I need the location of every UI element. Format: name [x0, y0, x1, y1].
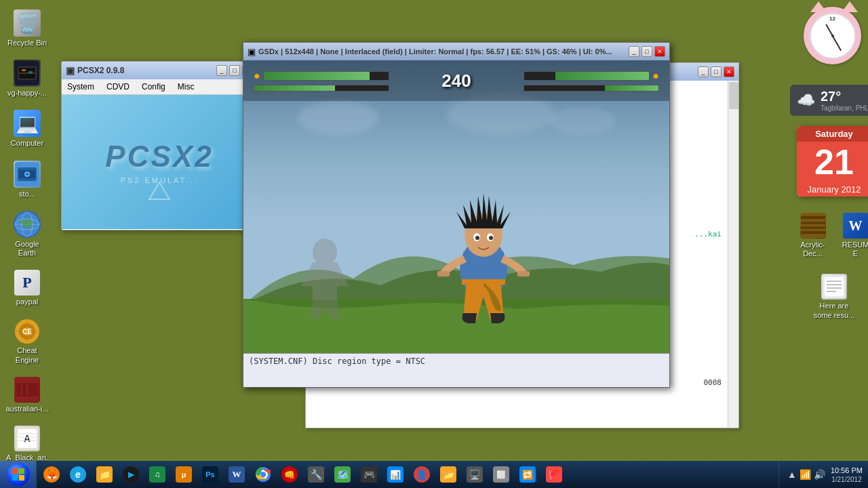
acrylic-icon[interactable]: Acrylic-Dec... [794, 210, 831, 261]
gsdx-minimize-btn[interactable]: _ [629, 46, 639, 57]
computer-icon[interactable]: 💻 Computer [3, 107, 52, 150]
enemy-character [291, 198, 359, 323]
sto-icon[interactable]: sto... [3, 158, 52, 201]
console-maximize-btn[interactable]: □ [711, 66, 722, 77]
taskbar-flag[interactable]: 🚩 [542, 463, 566, 486]
enemy-ki-bar [524, 85, 659, 92]
gsdx-window-controls: _ □ ✕ [629, 46, 665, 57]
taskbar-tool[interactable]: 🔧 [304, 463, 328, 486]
paypal-icon[interactable]: P paypal [3, 267, 52, 309]
taskbar-media-player[interactable]: ▶ [119, 463, 143, 486]
gsdx-maximize-btn[interactable]: □ [642, 46, 652, 57]
vg-happy-image [14, 60, 41, 87]
taskbar-explorer[interactable]: 📁 [92, 463, 117, 486]
taskbar-apps: 🦊 e 📁 ▶ ♫ μ Ps [37, 461, 778, 488]
tray-sound-icon[interactable]: 🔊 [814, 469, 825, 480]
map-icon: 🗺️ [334, 466, 351, 483]
svg-rect-4 [22, 69, 26, 71]
taskbar-firefox[interactable]: 🦊 [39, 463, 64, 486]
desktop-icons-left: 🗑️ Recycle Bin vg-happy-... 💻 Computer [0, 0, 54, 481]
google-earth-icon[interactable]: Google Earth [3, 208, 52, 260]
utorrent-icon: μ [176, 466, 192, 483]
here-are-icon[interactable]: Here are some resu... [810, 271, 858, 322]
recycle-bin-icon[interactable]: 🗑️ Recycle Bin [3, 7, 52, 50]
taskbar-refresh[interactable]: 🔁 [515, 463, 540, 486]
computer-image: 💻 [14, 110, 41, 137]
taskbar: 🦊 e 📁 ▶ ♫ μ Ps [0, 461, 868, 488]
pcsx2-menu-system[interactable]: System [64, 81, 97, 93]
vg-happy-icon[interactable]: vg-happy-... [3, 57, 52, 100]
taskbar-utorrent[interactable]: μ [172, 463, 196, 486]
chrome-icon [255, 466, 271, 483]
tray-arrow-icon[interactable]: ▲ [787, 469, 797, 480]
taskbar-map[interactable]: 🗺️ [330, 463, 355, 486]
console-scrollbar[interactable] [728, 81, 738, 428]
taskbar-screen[interactable]: 🖥️ [462, 463, 487, 486]
pcsx2-menu-config[interactable]: Config [139, 81, 168, 93]
taskbar-chrome[interactable] [251, 463, 275, 486]
pcsx2-minimize-btn[interactable]: _ [216, 65, 227, 76]
google-earth-label: Google Earth [5, 240, 49, 258]
cheat-engine-icon[interactable]: CE Cheat Engine [3, 316, 52, 367]
recycle-bin-image: 🗑️ [14, 9, 41, 37]
ie-icon: e [70, 466, 86, 483]
pcsx2-content: PCSX2 PS2 EMULAT... [62, 95, 257, 229]
console-kai-text: ...kai [694, 230, 722, 239]
taskbar-clock[interactable]: 10:56 PM 1/21/2012 [831, 466, 863, 483]
resume-image: W [843, 213, 869, 239]
here-are-image [821, 274, 847, 300]
svg-rect-46 [437, 271, 450, 277]
console-close-btn[interactable]: ✕ [724, 66, 734, 77]
taskbar-ie[interactable]: e [66, 463, 90, 486]
taskbar-stats[interactable]: 📊 [383, 463, 408, 486]
weather-location: Tagbilaran, PHL [821, 104, 868, 112]
pcsx2-title: ▣ PCSX2 0.9.8 [66, 65, 124, 76]
sto-label: sto... [19, 190, 35, 199]
taskbar-fighting-game[interactable]: 👊 [277, 463, 302, 486]
taskbar-photoshop[interactable]: Ps [198, 463, 222, 486]
player-ki-bar [254, 85, 389, 92]
pcsx2-menu-misc[interactable]: Misc [175, 81, 197, 93]
weather-widget: ☁️ 27° Tagbilaran, PHL [790, 85, 868, 116]
folder2-icon: 📂 [440, 466, 456, 483]
cloud-3 [549, 108, 616, 135]
resume-label: RESUME [840, 241, 868, 258]
refresh-icon: 🔁 [519, 466, 536, 483]
resume-icon[interactable]: W RESUME [837, 210, 868, 261]
gsdx-close-btn[interactable]: ✕ [654, 46, 665, 57]
taskbar-date-text: 1/21/2012 [831, 476, 863, 483]
svg-text:A: A [24, 433, 31, 444]
goku-character [416, 147, 551, 326]
enemy-health-fill [555, 72, 649, 80]
taskbar-app-misc1[interactable]: ⬜ [489, 463, 513, 486]
acrylic-image [800, 213, 826, 239]
winamp-icon: ♫ [149, 466, 165, 483]
player-health-bar [263, 71, 389, 81]
system-tray-icons: ▲ 📶 🔊 [785, 469, 828, 480]
game-log-text: (SYSTEM.CNF) Disc region type = NTSC [249, 357, 425, 366]
pcsx2-title-text: PCSX2 0.9.8 [77, 66, 124, 75]
misc1-icon: ⬜ [493, 466, 509, 483]
cloud-1 [298, 101, 379, 135]
taskbar-cs[interactable]: 🎮 [357, 463, 381, 486]
svg-rect-53 [19, 475, 24, 481]
here-are-label: Here are some resu... [813, 302, 855, 319]
recycle-bin-label: Recycle Bin [7, 39, 47, 47]
taskbar-folder2[interactable]: 📂 [436, 463, 460, 486]
player-ki2 [254, 85, 389, 92]
a-black-image: A [14, 426, 40, 451]
console-window-controls[interactable]: _ □ ✕ [698, 66, 734, 77]
fighting-icon: 👊 [281, 466, 298, 483]
console-minimize-btn[interactable]: _ [698, 66, 709, 77]
start-button[interactable] [0, 461, 37, 488]
enemy-stats: ● [524, 70, 659, 92]
tray-network-icon[interactable]: 📶 [800, 469, 811, 480]
taskbar-person[interactable]: 👤 [410, 463, 434, 486]
pcsx2-menu-cdvd[interactable]: CDVD [104, 81, 132, 93]
clock-12: 12 [829, 16, 835, 22]
taskbar-winamp[interactable]: ♫ [145, 463, 170, 486]
taskbar-word[interactable]: W [224, 463, 249, 486]
australian-icon[interactable]: australian-i... [3, 374, 52, 416]
gsdx-icon: ▣ [248, 47, 256, 57]
pcsx2-maximize-btn[interactable]: □ [229, 65, 240, 76]
